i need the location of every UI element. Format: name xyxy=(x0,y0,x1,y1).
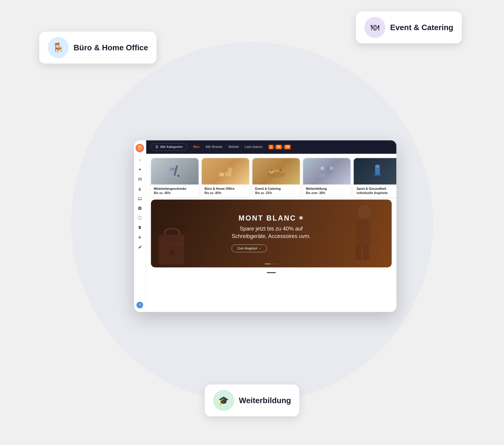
sidebar-item-baby[interactable] xyxy=(136,204,144,212)
floating-card-buero[interactable]: 🪑 Büro & Home Office xyxy=(39,32,157,64)
category-img-event xyxy=(252,158,300,184)
svg-rect-19 xyxy=(319,174,325,177)
last-chance-label: Last chance xyxy=(245,145,262,149)
nav-brands[interactable]: Alle Brands xyxy=(205,145,222,149)
category-name-event: Event & Catering xyxy=(255,187,297,190)
sidebar-item-travel[interactable] xyxy=(136,233,144,241)
banner-content: MONT BLANC ✳ Spare jetzt bis zu 40% aufS… xyxy=(232,214,311,252)
svg-rect-7 xyxy=(219,173,224,176)
category-discount-event: Bis zu -15% xyxy=(255,191,297,195)
brand-name: MONT BLANC xyxy=(239,214,296,222)
brand-star-icon: ✳ xyxy=(299,215,304,221)
banner-dot-1[interactable] xyxy=(265,263,271,264)
category-name-buero: Büro & Home Office xyxy=(204,187,246,190)
svg-rect-33 xyxy=(363,245,369,260)
svg-rect-26 xyxy=(374,174,377,176)
promotional-banner[interactable]: MONT BLANC ✳ Spare jetzt bis zu 40% aufS… xyxy=(151,199,391,267)
timer-seconds: 59 xyxy=(284,145,291,149)
category-event[interactable]: Event & Catering Bis zu -15% xyxy=(252,158,300,197)
sidebar-item-laptop[interactable] xyxy=(136,194,144,203)
timer-hours: 1 xyxy=(269,145,274,149)
navbar: ☰ Alle Kategorien Neu Alle Brands Belieb… xyxy=(146,140,396,154)
svg-point-9 xyxy=(227,167,232,172)
category-buero[interactable]: Büro & Home Office Bis zu -40% xyxy=(201,158,249,197)
sidebar-item-restaurant[interactable] xyxy=(136,175,144,183)
brand-logo: MONT BLANC ✳ xyxy=(232,214,311,222)
hamburger-icon: ☰ xyxy=(155,145,158,149)
scroll-dot xyxy=(267,272,276,273)
categories-label: Alle Kategorien xyxy=(160,145,183,149)
banner-tagline: Spare jetzt bis zu 40% aufSchreibgeräte,… xyxy=(232,225,311,240)
sidebar-item-clothing[interactable] xyxy=(136,223,144,232)
svg-point-21 xyxy=(320,166,324,170)
category-info-sport: Sport & Gesundheit individuelle Angebote xyxy=(353,184,396,197)
category-discount-weiterbildung: Bis zum -38% xyxy=(306,191,347,195)
category-img-mitarbeiter xyxy=(151,158,198,184)
category-weiterbildung[interactable]: Weiterbildung Bis zum -38% xyxy=(303,158,350,197)
banner-dot-2[interactable] xyxy=(272,263,274,264)
sidebar-item-chevron[interactable]: › xyxy=(136,156,144,164)
floating-card-weiterbildung[interactable]: 🎓 Weiterbildung xyxy=(204,384,300,416)
buero-card-label: Büro & Home Office xyxy=(74,43,148,52)
svg-point-22 xyxy=(329,166,333,170)
category-img-sport xyxy=(353,158,396,184)
nav-neu[interactable]: Neu xyxy=(193,145,200,149)
category-img-buero xyxy=(201,158,249,184)
svg-rect-3 xyxy=(170,170,175,170)
category-info-buero: Büro & Home Office Bis zu -40% xyxy=(201,184,249,197)
category-name-mitarbeiter: Mitarbeitergeschenke xyxy=(154,187,195,190)
category-discount-sport: individuelle Angebote xyxy=(357,191,396,195)
buero-icon: 🪑 xyxy=(52,42,64,53)
sidebar-item-leaf[interactable] xyxy=(136,243,144,251)
svg-point-16 xyxy=(279,169,282,171)
sidebar-item-heart[interactable]: ♥ xyxy=(136,165,144,174)
category-name-weiterbildung: Weiterbildung xyxy=(306,187,347,190)
nav-beliebt[interactable]: Beliebt xyxy=(229,145,239,149)
svg-point-25 xyxy=(375,165,380,168)
svg-rect-29 xyxy=(161,243,182,244)
category-discount-buero: Bis zu -40% xyxy=(204,191,246,195)
countdown-timer: 1 : 59 : 59 xyxy=(269,145,291,149)
weiterbildung-icon: 🎓 xyxy=(218,396,229,406)
svg-point-15 xyxy=(275,168,277,171)
category-discount-mitarbeiter: Bis zu -40% xyxy=(154,191,195,195)
svg-rect-20 xyxy=(327,174,333,177)
sidebar-item-person[interactable] xyxy=(136,185,144,193)
category-mitarbeitergeschenke[interactable]: Mitarbeitergeschenke Bis zu -40% xyxy=(151,158,198,197)
weiterbildung-card-label: Weiterbildung xyxy=(239,396,291,405)
svg-point-31 xyxy=(358,205,371,218)
timer-colon-1: : xyxy=(274,145,275,149)
svg-rect-24 xyxy=(375,167,380,175)
floating-card-event[interactable]: 🍽 Event & Catering xyxy=(356,11,462,43)
category-img-weiterbildung xyxy=(303,158,350,184)
svg-point-5 xyxy=(177,175,179,177)
categories-grid: Mitarbeitergeschenke Bis zu -40% Büro & … xyxy=(146,154,396,199)
category-info-mitarbeiter: Mitarbeitergeschenke Bis zu -40% xyxy=(151,184,198,197)
svg-rect-28 xyxy=(158,234,184,265)
banner-cta-button[interactable]: Zum Angebot → xyxy=(232,245,267,252)
sidebar-item-sports[interactable] xyxy=(136,214,144,222)
banner-cta-label: Zum Angebot → xyxy=(237,247,262,250)
avatar[interactable]: 😊 xyxy=(136,144,144,152)
sidebar-help-btn[interactable]: ? xyxy=(137,302,143,308)
event-card-label: Event & Catering xyxy=(390,23,454,32)
banner-dots xyxy=(265,263,278,264)
event-icon-circle: 🍽 xyxy=(364,17,385,38)
timer-colon-2: : xyxy=(283,145,284,149)
svg-point-30 xyxy=(170,250,174,255)
event-icon: 🍽 xyxy=(371,23,379,33)
svg-rect-27 xyxy=(378,174,381,176)
category-info-event: Event & Catering Bis zu -15% xyxy=(252,184,300,197)
main-content: ☰ Alle Kategorien Neu Alle Brands Belieb… xyxy=(146,140,396,312)
categories-button[interactable]: ☰ Alle Kategorien xyxy=(151,143,187,151)
buero-icon-circle: 🪑 xyxy=(48,37,69,58)
category-sport[interactable]: Sport & Gesundheit individuelle Angebote xyxy=(353,158,396,197)
category-info-weiterbildung: Weiterbildung Bis zum -38% xyxy=(303,184,350,197)
app-window: 😊 › ♥ ? ☰ xyxy=(134,140,396,312)
svg-rect-32 xyxy=(355,245,361,260)
weiterbildung-icon-circle: 🎓 xyxy=(213,390,234,411)
scroll-indicator xyxy=(146,272,396,275)
banner-dot-3[interactable] xyxy=(275,263,278,264)
sidebar: 😊 › ♥ ? xyxy=(134,140,146,312)
svg-point-14 xyxy=(270,169,273,172)
